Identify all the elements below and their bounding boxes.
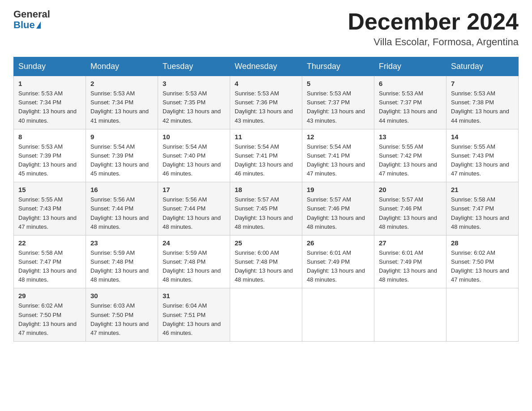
day-number: 12 bbox=[307, 133, 369, 141]
calendar-cell: 27 Sunrise: 6:01 AMSunset: 7:49 PMDaylig… bbox=[374, 235, 446, 288]
logo-triangle-icon bbox=[36, 21, 41, 29]
calendar-week-row: 29 Sunrise: 6:02 AMSunset: 7:50 PMDaylig… bbox=[14, 288, 519, 342]
day-info: Sunrise: 5:53 AMSunset: 7:38 PMDaylight:… bbox=[451, 90, 509, 124]
calendar-cell: 28 Sunrise: 6:02 AMSunset: 7:50 PMDaylig… bbox=[446, 235, 519, 288]
calendar-cell: 20 Sunrise: 5:57 AMSunset: 7:46 PMDaylig… bbox=[374, 182, 446, 235]
day-info: Sunrise: 6:01 AMSunset: 7:49 PMDaylight:… bbox=[379, 249, 437, 283]
day-info: Sunrise: 5:53 AMSunset: 7:36 PMDaylight:… bbox=[235, 90, 293, 124]
day-info: Sunrise: 5:55 AMSunset: 7:43 PMDaylight:… bbox=[451, 143, 509, 177]
day-number: 3 bbox=[163, 80, 225, 87]
calendar-cell: 19 Sunrise: 5:57 AMSunset: 7:46 PMDaylig… bbox=[302, 182, 374, 235]
calendar-cell: 5 Sunrise: 5:53 AMSunset: 7:37 PMDayligh… bbox=[302, 76, 374, 129]
day-info: Sunrise: 5:59 AMSunset: 7:48 PMDaylight:… bbox=[163, 249, 221, 283]
day-number: 9 bbox=[90, 133, 153, 141]
day-number: 15 bbox=[18, 186, 81, 193]
day-info: Sunrise: 5:56 AMSunset: 7:44 PMDaylight:… bbox=[163, 196, 221, 230]
calendar-cell: 30 Sunrise: 6:03 AMSunset: 7:50 PMDaylig… bbox=[86, 288, 158, 342]
day-number: 17 bbox=[163, 186, 225, 193]
logo: General Blue bbox=[13, 9, 50, 30]
day-info: Sunrise: 5:53 AMSunset: 7:37 PMDaylight:… bbox=[307, 90, 365, 124]
calendar-cell: 23 Sunrise: 5:59 AMSunset: 7:48 PMDaylig… bbox=[86, 235, 158, 288]
day-info: Sunrise: 6:04 AMSunset: 7:51 PMDaylight:… bbox=[163, 302, 221, 336]
calendar-table: SundayMondayTuesdayWednesdayThursdayFrid… bbox=[13, 57, 519, 342]
calendar-cell: 31 Sunrise: 6:04 AMSunset: 7:51 PMDaylig… bbox=[158, 288, 230, 342]
calendar-cell bbox=[230, 288, 302, 342]
day-number: 4 bbox=[235, 80, 297, 87]
day-number: 2 bbox=[90, 80, 153, 87]
weekday-header-sunday: Sunday bbox=[14, 57, 86, 76]
day-info: Sunrise: 6:02 AMSunset: 7:50 PMDaylight:… bbox=[451, 249, 509, 283]
day-number: 22 bbox=[18, 239, 81, 247]
calendar-cell: 11 Sunrise: 5:54 AMSunset: 7:41 PMDaylig… bbox=[230, 129, 302, 182]
calendar-cell: 2 Sunrise: 5:53 AMSunset: 7:34 PMDayligh… bbox=[86, 76, 158, 129]
day-info: Sunrise: 5:55 AMSunset: 7:43 PMDaylight:… bbox=[18, 196, 77, 230]
day-info: Sunrise: 5:57 AMSunset: 7:45 PMDaylight:… bbox=[235, 196, 293, 230]
day-info: Sunrise: 5:59 AMSunset: 7:48 PMDaylight:… bbox=[90, 249, 149, 283]
calendar-cell: 21 Sunrise: 5:58 AMSunset: 7:47 PMDaylig… bbox=[446, 182, 519, 235]
day-number: 14 bbox=[451, 133, 514, 141]
calendar-cell bbox=[302, 288, 374, 342]
calendar-cell: 26 Sunrise: 6:01 AMSunset: 7:49 PMDaylig… bbox=[302, 235, 374, 288]
day-info: Sunrise: 5:58 AMSunset: 7:47 PMDaylight:… bbox=[18, 249, 77, 283]
day-number: 25 bbox=[235, 239, 297, 247]
day-number: 30 bbox=[90, 292, 153, 300]
calendar-cell: 13 Sunrise: 5:55 AMSunset: 7:42 PMDaylig… bbox=[374, 129, 446, 182]
day-number: 20 bbox=[379, 186, 442, 193]
calendar-cell: 17 Sunrise: 5:56 AMSunset: 7:44 PMDaylig… bbox=[158, 182, 230, 235]
day-number: 6 bbox=[379, 80, 442, 87]
calendar-cell: 1 Sunrise: 5:53 AMSunset: 7:34 PMDayligh… bbox=[14, 76, 86, 129]
day-number: 8 bbox=[18, 133, 81, 141]
calendar-cell bbox=[374, 288, 446, 342]
day-info: Sunrise: 6:02 AMSunset: 7:50 PMDaylight:… bbox=[18, 302, 77, 336]
day-number: 27 bbox=[379, 239, 442, 247]
day-number: 5 bbox=[307, 80, 369, 87]
day-info: Sunrise: 5:54 AMSunset: 7:41 PMDaylight:… bbox=[307, 143, 365, 177]
day-info: Sunrise: 6:01 AMSunset: 7:49 PMDaylight:… bbox=[307, 249, 365, 283]
day-info: Sunrise: 5:58 AMSunset: 7:47 PMDaylight:… bbox=[451, 196, 509, 230]
calendar-cell: 16 Sunrise: 5:56 AMSunset: 7:44 PMDaylig… bbox=[86, 182, 158, 235]
weekday-header-friday: Friday bbox=[374, 57, 446, 76]
day-number: 11 bbox=[235, 133, 297, 141]
day-info: Sunrise: 5:53 AMSunset: 7:35 PMDaylight:… bbox=[163, 90, 221, 124]
weekday-header-thursday: Thursday bbox=[302, 57, 374, 76]
day-number: 19 bbox=[307, 186, 369, 193]
calendar-cell: 3 Sunrise: 5:53 AMSunset: 7:35 PMDayligh… bbox=[158, 76, 230, 129]
day-info: Sunrise: 5:53 AMSunset: 7:37 PMDaylight:… bbox=[379, 90, 437, 124]
calendar-cell: 24 Sunrise: 5:59 AMSunset: 7:48 PMDaylig… bbox=[158, 235, 230, 288]
calendar-cell bbox=[446, 288, 519, 342]
calendar-cell: 25 Sunrise: 6:00 AMSunset: 7:48 PMDaylig… bbox=[230, 235, 302, 288]
day-info: Sunrise: 5:53 AMSunset: 7:34 PMDaylight:… bbox=[18, 90, 77, 124]
day-number: 29 bbox=[18, 292, 81, 300]
title-area: December 2024 Villa Escolar, Formosa, Ar… bbox=[348, 9, 519, 48]
page-header: General Blue December 2024 Villa Escolar… bbox=[13, 9, 519, 48]
day-info: Sunrise: 5:53 AMSunset: 7:34 PMDaylight:… bbox=[90, 90, 149, 124]
day-number: 10 bbox=[163, 133, 225, 141]
calendar-cell: 8 Sunrise: 5:53 AMSunset: 7:39 PMDayligh… bbox=[14, 129, 86, 182]
calendar-cell: 6 Sunrise: 5:53 AMSunset: 7:37 PMDayligh… bbox=[374, 76, 446, 129]
calendar-cell: 4 Sunrise: 5:53 AMSunset: 7:36 PMDayligh… bbox=[230, 76, 302, 129]
weekday-header-row: SundayMondayTuesdayWednesdayThursdayFrid… bbox=[14, 57, 519, 76]
day-info: Sunrise: 5:57 AMSunset: 7:46 PMDaylight:… bbox=[307, 196, 365, 230]
weekday-header-tuesday: Tuesday bbox=[158, 57, 230, 76]
day-number: 7 bbox=[451, 80, 514, 87]
month-title: December 2024 bbox=[348, 9, 519, 34]
day-number: 31 bbox=[163, 292, 225, 300]
day-info: Sunrise: 5:56 AMSunset: 7:44 PMDaylight:… bbox=[90, 196, 149, 230]
logo-blue: Blue bbox=[13, 20, 50, 30]
day-info: Sunrise: 5:57 AMSunset: 7:46 PMDaylight:… bbox=[379, 196, 437, 230]
weekday-header-monday: Monday bbox=[86, 57, 158, 76]
calendar-cell: 18 Sunrise: 5:57 AMSunset: 7:45 PMDaylig… bbox=[230, 182, 302, 235]
day-number: 1 bbox=[18, 80, 81, 87]
calendar-cell: 29 Sunrise: 6:02 AMSunset: 7:50 PMDaylig… bbox=[14, 288, 86, 342]
day-info: Sunrise: 5:54 AMSunset: 7:39 PMDaylight:… bbox=[90, 143, 149, 177]
weekday-header-wednesday: Wednesday bbox=[230, 57, 302, 76]
calendar-cell: 15 Sunrise: 5:55 AMSunset: 7:43 PMDaylig… bbox=[14, 182, 86, 235]
calendar-week-row: 1 Sunrise: 5:53 AMSunset: 7:34 PMDayligh… bbox=[14, 76, 519, 129]
calendar-cell: 22 Sunrise: 5:58 AMSunset: 7:47 PMDaylig… bbox=[14, 235, 86, 288]
logo-general: General bbox=[13, 9, 50, 20]
calendar-cell: 12 Sunrise: 5:54 AMSunset: 7:41 PMDaylig… bbox=[302, 129, 374, 182]
day-info: Sunrise: 6:03 AMSunset: 7:50 PMDaylight:… bbox=[90, 302, 149, 336]
day-info: Sunrise: 5:55 AMSunset: 7:42 PMDaylight:… bbox=[379, 143, 437, 177]
day-info: Sunrise: 5:53 AMSunset: 7:39 PMDaylight:… bbox=[18, 143, 77, 177]
calendar-cell: 10 Sunrise: 5:54 AMSunset: 7:40 PMDaylig… bbox=[158, 129, 230, 182]
